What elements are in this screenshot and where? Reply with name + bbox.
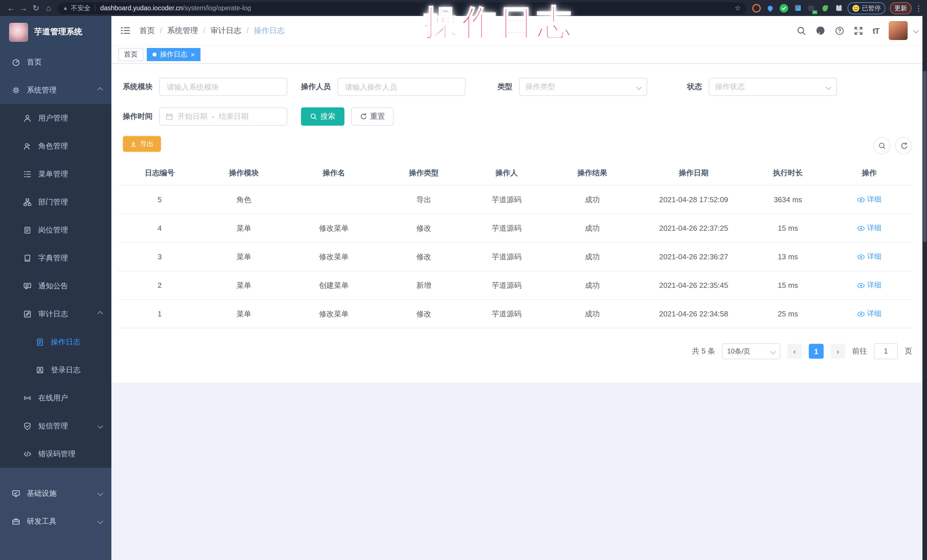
address-bar[interactable]: ▲ 不安全 dashboard.yudao.iocoder.cn /system… (57, 2, 746, 14)
detail-link[interactable]: 详细 (857, 309, 881, 319)
chevron-down-icon (97, 423, 103, 429)
fullscreen-icon[interactable] (854, 26, 863, 35)
status-select[interactable]: 操作状态 (709, 78, 837, 96)
blue-grid-extension-icon[interactable] (793, 4, 802, 12)
browser-back-icon[interactable]: ← (5, 3, 17, 12)
sidebar-item-label: 岗位管理 (38, 225, 68, 235)
orange-ring-extension-icon[interactable] (752, 4, 761, 12)
sidebar-item-system-mgmt[interactable]: 系统管理 (0, 76, 111, 104)
prev-page-button[interactable]: ‹ (787, 344, 802, 359)
sidebar-item-label: 在线用户 (38, 393, 68, 403)
show-search-toggle-button[interactable] (873, 137, 891, 154)
module-input[interactable] (160, 78, 287, 96)
extension-paused-chip[interactable]: 已暂停 (848, 2, 885, 14)
window-scrollbar[interactable] (922, 16, 927, 560)
detail-link[interactable]: 详细 (857, 252, 881, 262)
page-size-select[interactable]: 10条/页 (722, 343, 780, 359)
col-action: 操作 (827, 161, 912, 185)
browser-menu-icon[interactable]: ⋮ (915, 4, 922, 12)
breadcrumb-audit-log[interactable]: 审计日志 (210, 26, 241, 36)
content-card: 系统模块 操作人员 类型 操作类型 状态 操作状态 (111, 64, 927, 382)
url-host: dashboard.yudao.iocoder.cn (100, 5, 183, 11)
date-range-picker[interactable]: 开始日期 - 结束日期 (160, 107, 287, 126)
github-icon[interactable] (816, 26, 825, 35)
browser-update-button[interactable]: 更新 (890, 2, 912, 14)
refresh-table-button[interactable] (895, 137, 912, 154)
goto-page-input[interactable] (874, 343, 898, 359)
sidebar-item-sms-mgmt[interactable]: 短信管理 (0, 412, 111, 440)
green-check-extension-icon[interactable] (780, 4, 788, 12)
type-label: 类型 (497, 82, 512, 92)
tags-view-bar: 首页 操作日志 × (111, 46, 927, 64)
sidebar-item-post-mgmt[interactable]: 岗位管理 (0, 216, 111, 244)
breadcrumb-home[interactable]: 首页 (139, 26, 155, 36)
sidebar-item-label: 系统管理 (27, 85, 56, 95)
sidebar-item-dept-mgmt[interactable]: 部门管理 (0, 188, 111, 216)
sidebar-item-home[interactable]: 首页 (0, 48, 111, 76)
sidebar-item-error-code[interactable]: 错误码管理 (0, 440, 111, 468)
sidebar-item-login-log[interactable]: 登录日志 (0, 356, 111, 384)
scrollbar-thumb[interactable] (923, 71, 926, 242)
sidebar-item-role-mgmt[interactable]: 角色管理 (0, 132, 111, 160)
sidebar-item-operate-log[interactable]: 操作日志 (0, 328, 111, 356)
search-icon[interactable] (797, 26, 806, 35)
pagination: 共 5 条 10条/页 ‹ 1 › 前往 页 (111, 343, 912, 359)
detail-link[interactable]: 详细 (857, 281, 881, 290)
insecure-warning-icon: ▲ (63, 5, 68, 11)
table-row: 2 菜单 创建菜单 新增 芋道源码 成功 2021-04-26 22:35:45… (118, 271, 912, 300)
sidebar-item-label: 审计日志 (38, 309, 68, 319)
chevron-down-icon[interactable] (913, 28, 919, 33)
sidebar-item-notice[interactable]: 通知公告 (0, 272, 111, 300)
gear-icon (11, 86, 20, 94)
sidebar-item-label: 操作日志 (51, 337, 81, 347)
close-tab-icon[interactable]: × (191, 51, 195, 58)
search-button-label: 搜索 (321, 111, 335, 121)
table-row: 5 角色 导出 芋道源码 成功 2021-04-28 17:52:09 3634… (118, 185, 912, 214)
sidebar-item-infrastructure[interactable]: 基础设施 (0, 479, 111, 507)
reset-button[interactable]: 重置 (351, 107, 394, 126)
extensions-puzzle-icon[interactable] (834, 4, 843, 12)
app-title: 芋道管理系统 (34, 27, 82, 37)
next-page-button[interactable]: › (830, 344, 845, 359)
sidebar-item-dev-tools[interactable]: 研发工具 (0, 507, 111, 535)
font-size-icon[interactable]: tT (873, 26, 879, 35)
page-size-value: 10条/页 (727, 346, 750, 356)
green-leaf-extension-icon[interactable] (821, 4, 829, 12)
switch-extension-icon[interactable]: on (807, 4, 816, 12)
main-area: 首页 / 系统管理 / 审计日志 / 操作日志 (111, 16, 927, 560)
user-avatar[interactable] (889, 21, 907, 40)
sidebar-item-label: 用户管理 (38, 113, 68, 123)
sidebar-item-audit-log[interactable]: 审计日志 (0, 300, 111, 328)
blue-drop-extension-icon[interactable] (766, 4, 775, 12)
sidebar-item-dict-mgmt[interactable]: 字典管理 (0, 244, 111, 272)
sidebar-item-label: 菜单管理 (38, 169, 68, 179)
status-select-placeholder: 操作状态 (715, 82, 745, 92)
chevron-down-icon (770, 348, 776, 354)
export-button[interactable]: 导出 (123, 136, 161, 152)
eye-icon (857, 254, 865, 260)
bookmark-star-icon[interactable]: ☆ (734, 4, 741, 12)
sidebar-item-menu-mgmt[interactable]: 菜单管理 (0, 160, 111, 188)
operator-input[interactable] (337, 78, 465, 96)
detail-link[interactable]: 详细 (857, 195, 881, 205)
browser-home-icon[interactable]: ⌂ (42, 3, 55, 12)
help-icon[interactable] (835, 26, 844, 35)
hamburger-menu-icon[interactable] (120, 26, 130, 35)
sidebar-item-user-mgmt[interactable]: 用户管理 (0, 104, 111, 132)
page-1-button[interactable]: 1 (809, 344, 824, 359)
app-logo-row[interactable]: 芋道管理系统 (0, 16, 111, 48)
detail-link[interactable]: 详细 (857, 223, 881, 233)
browser-forward-icon[interactable]: → (17, 3, 30, 12)
table-row: 4 菜单 修改菜单 修改 芋道源码 成功 2021-04-26 22:37:25… (118, 214, 912, 243)
sidebar-item-online-users[interactable]: 在线用户 (0, 384, 111, 412)
paused-chip-label: 已暂停 (862, 4, 881, 12)
type-select[interactable]: 操作类型 (519, 78, 647, 96)
tab-home[interactable]: 首页 (118, 48, 143, 61)
search-button[interactable]: 搜索 (301, 107, 344, 126)
tab-operate-log[interactable]: 操作日志 × (147, 48, 201, 61)
browser-reload-icon[interactable]: ↻ (30, 3, 42, 12)
post-badge-icon (23, 226, 31, 234)
breadcrumb-system[interactable]: 系统管理 (167, 26, 198, 36)
screen: ← → ↻ ⌂ ▲ 不安全 dashboard.yudao.iocoder.cn… (0, 0, 927, 560)
table-row: 3 菜单 修改菜单 修改 芋道源码 成功 2021-04-26 22:36:27… (118, 243, 912, 271)
